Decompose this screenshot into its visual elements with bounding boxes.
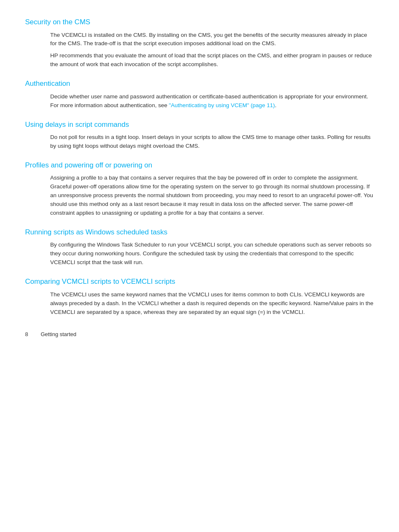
- profiles-paragraph-1: Assigning a profile to a bay that contai…: [50, 174, 374, 218]
- footer-section-label: Getting started: [41, 330, 76, 339]
- comparing-paragraph-1: The VCEMCLI uses the same keyword names …: [50, 290, 374, 317]
- section-title-comparing: Comparing VCMCLI scripts to VCEMCLI scri…: [25, 276, 374, 287]
- page-footer: 8 Getting started: [25, 330, 77, 339]
- section-authentication: Authentication Decide whether user name …: [25, 78, 374, 110]
- running-paragraph-1: By configuring the Windows Task Schedule…: [50, 241, 374, 267]
- section-title-authentication: Authentication: [25, 78, 374, 89]
- authentication-paragraph-1: Decide whether user name and password au…: [50, 93, 374, 110]
- security-paragraph-2: HP recommends that you evaluate the amou…: [50, 51, 374, 69]
- section-body-profiles: Assigning a profile to a bay that contai…: [25, 174, 374, 218]
- section-body-running: By configuring the Windows Task Schedule…: [25, 241, 374, 267]
- authentication-link[interactable]: "Authenticating by using VCEM" (page 11): [169, 102, 275, 108]
- section-body-authentication: Decide whether user name and password au…: [25, 93, 374, 110]
- section-title-running: Running scripts as Windows scheduled tas…: [25, 227, 374, 238]
- section-profiles-powering: Profiles and powering off or powering on…: [25, 160, 374, 218]
- section-security-on-cms: Security on the CMS The VCEMCLI is insta…: [25, 17, 374, 69]
- section-using-delays: Using delays in script commands Do not p…: [25, 119, 374, 151]
- authentication-text-after-link: .: [275, 102, 276, 108]
- section-title-profiles: Profiles and powering off or powering on: [25, 160, 374, 171]
- section-comparing-scripts: Comparing VCMCLI scripts to VCEMCLI scri…: [25, 276, 374, 316]
- section-body-comparing: The VCEMCLI uses the same keyword names …: [25, 290, 374, 317]
- section-body-delays: Do not poll for results in a tight loop.…: [25, 133, 374, 151]
- delays-paragraph-1: Do not poll for results in a tight loop.…: [50, 133, 374, 151]
- security-paragraph-1: The VCEMCLI is installed on the CMS. By …: [50, 31, 374, 49]
- section-title-security: Security on the CMS: [25, 17, 374, 28]
- section-title-delays: Using delays in script commands: [25, 119, 374, 130]
- section-body-security: The VCEMCLI is installed on the CMS. By …: [25, 31, 374, 69]
- footer-page-number: 8: [25, 330, 28, 339]
- section-running-scripts: Running scripts as Windows scheduled tas…: [25, 227, 374, 267]
- page: Security on the CMS The VCEMCLI is insta…: [0, 0, 399, 351]
